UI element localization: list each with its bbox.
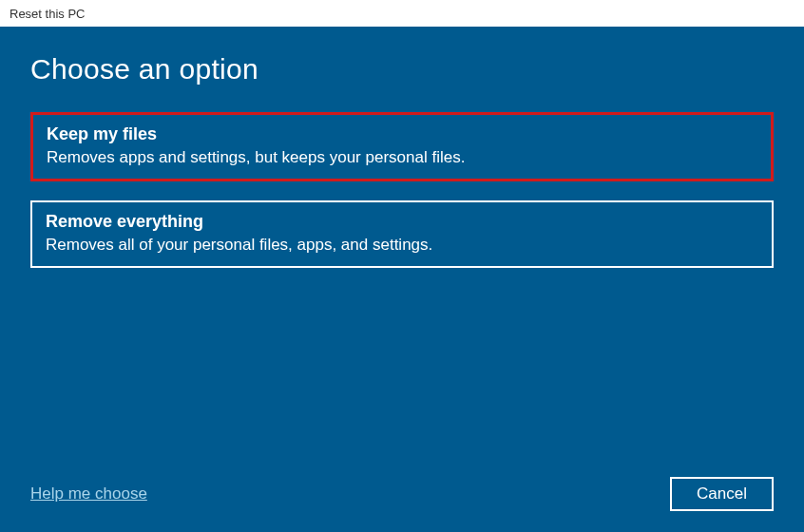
option-description: Removes all of your personal files, apps… [46,236,758,255]
option-title: Keep my files [47,124,757,144]
option-description: Removes apps and settings, but keeps you… [47,148,757,167]
option-title: Remove everything [46,212,758,232]
help-me-choose-link[interactable]: Help me choose [30,484,147,504]
title-bar: Reset this PC [0,0,804,27]
options-list: Keep my files Removes apps and settings,… [30,112,774,268]
footer: Help me choose Cancel [30,477,774,511]
cancel-button[interactable]: Cancel [670,477,774,511]
main-panel: Choose an option Keep my files Removes a… [0,27,804,532]
option-remove-everything[interactable]: Remove everything Removes all of your pe… [30,200,774,268]
option-keep-my-files[interactable]: Keep my files Removes apps and settings,… [30,112,774,181]
page-heading: Choose an option [30,53,774,86]
window-title: Reset this PC [10,7,85,21]
